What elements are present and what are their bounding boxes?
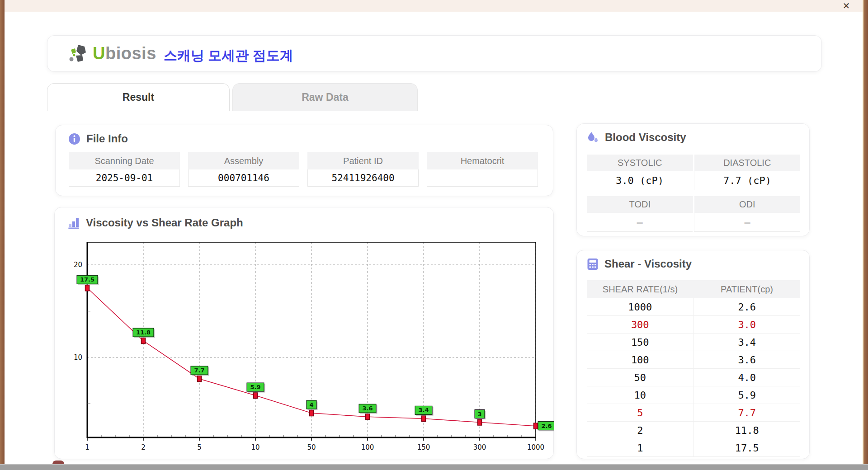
close-icon[interactable]: ✕: [840, 0, 853, 12]
info-icon: [68, 133, 80, 145]
logo-letter-u: U: [93, 44, 105, 63]
table-row: 3003.0: [587, 316, 800, 334]
calculator-icon: [587, 258, 599, 270]
file-info-field-value: 52411926400: [307, 169, 419, 187]
file-info-field-label: Scanning Date: [69, 152, 180, 169]
ubiosis-logo: Ubiosis: [67, 43, 156, 63]
window-titlebar: ✕: [5, 0, 863, 12]
shear-table-body: 10002.63003.01503.41003.6504.0105.957.72…: [587, 298, 800, 457]
x-tick-label: 2: [141, 443, 146, 451]
chart-marker: [534, 423, 538, 429]
chart-point-label: 3: [477, 411, 481, 418]
patient-viscosity-cell: 11.8: [693, 422, 801, 439]
chart-point-label: 11.8: [136, 329, 151, 336]
file-info-field-value: 000701146: [188, 169, 299, 187]
patient-viscosity-cell: 4.0: [693, 369, 801, 386]
file-info-field-scanning-date: Scanning Date2025-09-01: [69, 152, 180, 187]
chart-marker: [310, 410, 314, 416]
blood-viscosity-title: Blood Viscosity: [605, 131, 686, 144]
blood-table-gap: [587, 190, 800, 196]
blood-metric-label-systolic: SYSTOLIC: [587, 155, 693, 171]
table-row: 211.8: [587, 422, 800, 439]
shear-rate-cell: 50: [587, 369, 693, 386]
blood-metric-value-diastolic: 7.7 (cP): [694, 171, 800, 190]
chart-point-label: 3.4: [418, 407, 429, 414]
blood-viscosity-card: Blood Viscosity SYSTOLICDIASTOLIC3.0 (cP…: [576, 123, 810, 236]
chart-point-label: 2.6: [541, 423, 552, 429]
header-card: Ubiosis 스캐닝 모세관 점도계: [47, 35, 822, 72]
x-tick-label: 50: [307, 443, 316, 451]
chart-point-label: 3.6: [362, 405, 373, 412]
shear-rate-cell: 150: [587, 334, 693, 351]
patient-viscosity-cell: 3.6: [693, 351, 801, 368]
file-info-card: File Info Scanning Date2025-09-01Assembl…: [55, 125, 553, 196]
blood-metric-value-systolic: 3.0 (cP): [587, 171, 693, 190]
file-info-field-value: 2025-09-01: [69, 169, 180, 187]
shear-rate-cell: 1: [587, 439, 693, 456]
ubiosis-logo-icon: [67, 43, 89, 63]
chart-marker: [254, 393, 258, 399]
chart-marker: [366, 414, 370, 420]
blood-metric-label-diastolic: DIASTOLIC: [694, 155, 801, 171]
table-row: 1503.4: [587, 334, 800, 351]
chart-marker: [478, 419, 482, 425]
table-row: 105.9: [587, 386, 800, 404]
table-row: 1003.6: [587, 351, 800, 369]
blood-metric-value-todi: –: [587, 213, 693, 232]
y-tick-label: 20: [74, 261, 82, 269]
x-tick-label: 100: [361, 443, 374, 451]
patient-column-header: PATIENT(cp): [693, 280, 800, 298]
chart-marker: [85, 285, 90, 291]
file-info-field-label: Hematocrit: [427, 152, 538, 169]
blood-metric-label-odi: ODI: [694, 196, 801, 213]
table-row: 10002.6: [587, 298, 800, 316]
blood-metric-value-odi: –: [694, 213, 800, 232]
file-info-field-patient-id: Patient ID52411926400: [307, 152, 419, 187]
shear-viscosity-table: SHEAR RATE(1/s) PATIENT(cp) 10002.63003.…: [587, 280, 800, 457]
blood-value-row: ––: [587, 213, 800, 232]
file-info-field-label: Assembly: [188, 152, 299, 169]
shear-rate-cell: 2: [587, 422, 693, 439]
app-window: { "window": { "close_label": "✕" }, "hea…: [0, 0, 868, 470]
tab-raw-data[interactable]: Raw Data: [232, 83, 418, 111]
x-tick-label: 5: [197, 443, 202, 451]
chart-point-label: 7.7: [194, 367, 204, 374]
logo-rest: biosis: [105, 44, 156, 63]
viscosity-graph-card: Viscosity vs Shear Rate Graph 1020125105…: [54, 207, 554, 459]
patient-viscosity-cell: 5.9: [693, 386, 801, 404]
chart-point-label: 4: [309, 401, 313, 408]
table-row: 504.0: [587, 369, 800, 386]
window-border-bottom: [0, 464, 868, 470]
chart-point-label: 17.5: [80, 276, 94, 283]
blood-drop-icon: [587, 131, 599, 144]
y-tick-label: 10: [74, 353, 82, 362]
file-info-field-hematocrit: Hematocrit: [427, 152, 538, 187]
shear-viscosity-title: Shear - Viscosity: [604, 258, 692, 270]
patient-viscosity-cell: 7.7: [693, 404, 801, 421]
x-tick-label: 10: [251, 443, 259, 451]
x-tick-label: 300: [473, 443, 486, 451]
x-tick-label: 1: [85, 443, 90, 451]
patient-viscosity-cell: 3.4: [693, 334, 801, 351]
chart-marker: [422, 416, 426, 422]
blood-header-row: SYSTOLICDIASTOLIC: [587, 155, 800, 171]
shear-rate-cell: 100: [587, 351, 693, 368]
file-info-field-label: Patient ID: [307, 152, 419, 169]
shear-rate-cell: 300: [587, 316, 693, 333]
viscosity-chart: 10201251050100150300100017.511.87.75.943…: [55, 207, 554, 460]
taskbar-peek-icon: [52, 461, 64, 464]
x-tick-label: 1000: [527, 443, 544, 451]
table-row: 117.5: [587, 439, 800, 457]
table-row: 57.7: [587, 404, 800, 422]
chart-marker: [198, 376, 202, 382]
window-border-left: [0, 0, 5, 464]
tab-result[interactable]: Result: [47, 83, 230, 111]
file-info-field-value: [427, 169, 538, 187]
patient-viscosity-cell: 2.6: [693, 298, 801, 315]
x-tick-label: 150: [417, 443, 430, 451]
blood-metric-label-todi: TODI: [587, 196, 693, 213]
shear-rate-cell: 5: [587, 404, 693, 421]
blood-value-row: 3.0 (cP)7.7 (cP): [587, 171, 800, 190]
shear-table-header: SHEAR RATE(1/s) PATIENT(cp): [587, 280, 800, 298]
shear-viscosity-card: Shear - Viscosity SHEAR RATE(1/s) PATIEN…: [576, 250, 810, 459]
